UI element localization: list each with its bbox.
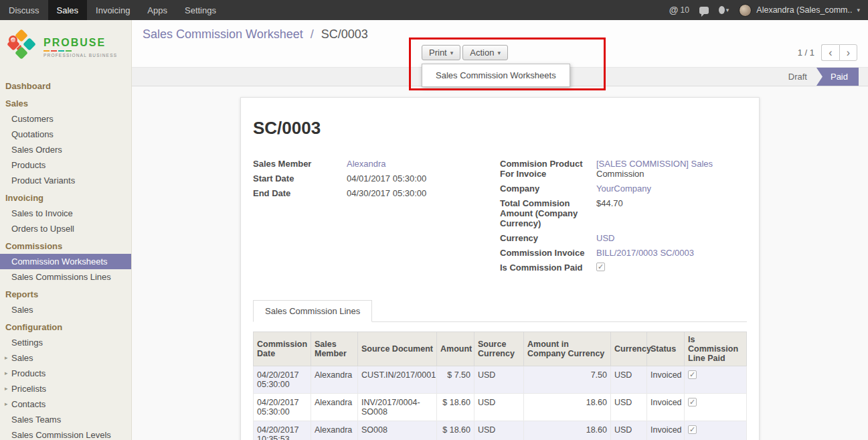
status-draft[interactable]: Draft (779, 68, 816, 86)
sidebar-item-sales-orders[interactable]: Sales Orders (0, 142, 131, 157)
action-button[interactable]: Action ▾ (462, 45, 508, 60)
start-date-value: 04/01/2017 05:30:00 (347, 173, 426, 184)
cell-amount: $ 18.60 (437, 394, 474, 421)
caret-down-icon: ▾ (726, 7, 729, 13)
sidebar-item-reports-sales[interactable]: Sales (0, 302, 131, 317)
sidebar-item-pricelists[interactable]: ▸ Pricelists (0, 381, 131, 396)
sidebar-item-customers[interactable]: Customers (0, 111, 131, 127)
activities-count: 10 (680, 5, 689, 15)
sales-member-link[interactable]: Alexandra (347, 159, 386, 169)
pager-next-button[interactable]: › (839, 44, 857, 61)
field-label: Currency (500, 233, 596, 243)
toolbar: Print ▾ Action ▾ (422, 45, 508, 60)
field-company: Company YourCompany (500, 184, 747, 194)
field-is-commission-paid: Is Commission Paid ✓ (500, 263, 747, 273)
cell-line-paid: ✓ (685, 394, 747, 421)
table-row[interactable]: 04/20/2017 10:35:53 Alexandra SO008 $ 18… (254, 421, 747, 440)
screen: Discuss Sales Invoicing Apps Settings @ … (0, 0, 868, 440)
tab-sales-commission-lines[interactable]: Sales Commission Lines (253, 300, 372, 322)
sidebar-section-invoicing[interactable]: Invoicing (0, 190, 131, 206)
field-commission-invoice: Commission Invoice BILL/2017/0003 SC/000… (500, 248, 747, 258)
is-commission-paid-checkbox[interactable]: ✓ (596, 263, 605, 271)
field-label: Is Commission Paid (500, 263, 596, 273)
sidebar-item-dashboard[interactable]: Dashboard (0, 78, 131, 94)
breadcrumb-parent-link[interactable]: Sales Commission Worksheet (143, 27, 303, 41)
cell-source-document: SO008 (358, 421, 437, 440)
menu-sales[interactable]: Sales (48, 0, 88, 20)
menu-settings[interactable]: Settings (176, 0, 225, 20)
breadcrumb: Sales Commission Worksheet / SC/0003 (143, 27, 368, 42)
company-link[interactable]: YourCompany (596, 184, 651, 194)
sidebar-section-reports[interactable]: Reports (0, 287, 131, 302)
line-paid-checkbox[interactable]: ✓ (688, 425, 697, 434)
menu-item-sales-commission-worksheets[interactable]: Sales Commission Worksheets (422, 68, 570, 83)
logo-text: PROBUSE PROFESSIONAL BUSINESS (44, 37, 117, 58)
user-menu[interactable]: Alexandra (Sales_comm.. (756, 5, 852, 15)
sidebar-item-config-sales[interactable]: ▸ Sales (0, 350, 131, 366)
menu-discuss[interactable]: Discuss (0, 0, 48, 20)
avatar[interactable] (739, 4, 752, 17)
col-line-paid[interactable]: Is Commission Line Paid (685, 332, 747, 366)
control-panel: Sales Commission Worksheet / SC/0003 Pri… (132, 20, 868, 67)
sidebar-section-sales[interactable]: Sales (0, 96, 131, 111)
menu-invoicing[interactable]: Invoicing (87, 0, 139, 20)
sidebar-item-label: Contacts (11, 399, 46, 409)
col-sales-member[interactable]: Sales Member (311, 332, 358, 366)
cell-source-document: CUST.IN/2017/0001 (358, 366, 437, 394)
col-source-document[interactable]: Source Document (358, 332, 437, 366)
sidebar-section-configuration[interactable]: Configuration (0, 319, 131, 335)
submenu-arrow-icon: ▸ (5, 354, 8, 361)
cell-currency: USD (611, 366, 647, 394)
main-area: Sales Commission Worksheet / SC/0003 Pri… (132, 20, 868, 440)
status-paid-badge[interactable]: Paid (816, 68, 859, 86)
submenu-arrow-icon: ▸ (5, 370, 8, 376)
cell-sales-member: Alexandra (311, 421, 358, 440)
field-currency: Currency USD (500, 233, 747, 243)
col-status[interactable]: Status (647, 332, 685, 366)
commission-invoice-link[interactable]: BILL/2017/0003 SC/0003 (596, 248, 694, 258)
debug-menu-button[interactable]: ▾ (719, 6, 729, 14)
page-body: PROBUSE PROFESSIONAL BUSINESS Dashboard … (0, 20, 868, 440)
sidebar-item-quotations[interactable]: Quotations (0, 127, 131, 142)
col-commission-date[interactable]: Commission Date (254, 332, 311, 366)
cell-source-currency: USD (474, 421, 524, 440)
sidebar-item-contacts[interactable]: ▸ Contacts (0, 396, 131, 412)
sidebar-item-settings[interactable]: Settings (0, 335, 131, 350)
cell-line-paid: ✓ (685, 421, 747, 440)
sidebar-item-label: Sales (11, 353, 33, 363)
activities-icon[interactable]: @ (669, 5, 679, 15)
print-dropdown-menu: Sales Commission Worksheets (422, 64, 570, 87)
sidebar-item-sales-commission-levels[interactable]: Sales Commission Levels (0, 427, 131, 440)
col-amount-company-currency[interactable]: Amount in Company Currency (524, 332, 611, 366)
table-row[interactable]: 04/20/2017 05:30:00 Alexandra INV/2017/0… (254, 394, 747, 421)
cell-source-document: INV/2017/0004-SO008 (358, 394, 437, 421)
sidebar-item-products[interactable]: Products (0, 157, 131, 173)
sidebar-item-product-variants[interactable]: Product Variants (0, 173, 131, 188)
col-currency[interactable]: Currency (611, 332, 647, 366)
sidebar-item-sales-commissions-lines[interactable]: Sales Commissions Lines (0, 269, 131, 285)
chat-icon[interactable] (699, 7, 709, 14)
sidebar-item-orders-to-upsell[interactable]: Orders to Upsell (0, 221, 131, 236)
cell-source-currency: USD (474, 394, 524, 421)
print-button[interactable]: Print ▾ (422, 45, 460, 60)
sidebar-item-commission-worksheets[interactable]: Commission Worksheets (0, 254, 131, 269)
col-amount[interactable]: Amount (437, 332, 474, 366)
table-row[interactable]: 04/20/2017 05:30:00 Alexandra CUST.IN/20… (254, 366, 747, 394)
cell-status: Invoiced (647, 394, 685, 421)
cell-commission-date: 04/20/2017 05:30:00 (254, 366, 311, 394)
line-paid-checkbox[interactable]: ✓ (688, 398, 697, 407)
currency-link[interactable]: USD (596, 233, 614, 243)
col-source-currency[interactable]: Source Currency (474, 332, 524, 366)
magnifier-icon (9, 35, 17, 44)
sidebar-section-commissions[interactable]: Commissions (0, 238, 131, 254)
sidebar-item-sales-to-invoice[interactable]: Sales to Invoice (0, 206, 131, 221)
line-paid-checkbox[interactable]: ✓ (688, 370, 697, 379)
menu-apps[interactable]: Apps (139, 0, 176, 20)
commission-product-link[interactable]: [SALES COMMISSION] Sales Commission (596, 159, 727, 179)
cell-source-currency: USD (474, 366, 524, 394)
cell-amount-company-currency: 18.60 (524, 421, 611, 440)
pager-previous-button[interactable]: ‹ (821, 44, 839, 61)
sidebar-item-config-products[interactable]: ▸ Products (0, 366, 131, 381)
sidebar-item-sales-teams[interactable]: Sales Teams (0, 412, 131, 427)
app-logo[interactable]: PROBUSE PROFESSIONAL BUSINESS (0, 20, 131, 71)
